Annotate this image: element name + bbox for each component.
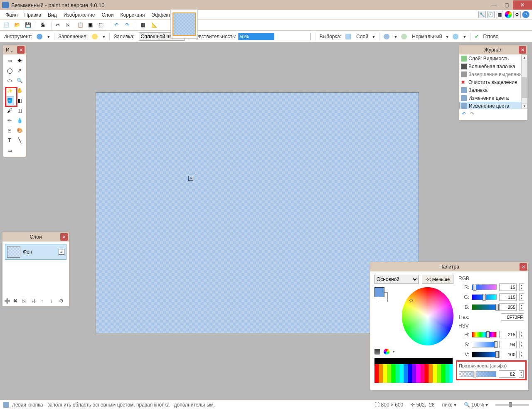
r-spinner[interactable]: ▲▼ — [519, 283, 524, 291]
alpha-spinner[interactable]: ▲▼ — [519, 370, 524, 378]
layers-panel-close[interactable]: ✕ — [60, 233, 68, 241]
move-up-icon[interactable]: ↑ — [41, 298, 47, 305]
color-palette-strip[interactable] — [374, 358, 453, 383]
scroll-down-icon[interactable]: ▼ — [522, 103, 527, 109]
new-icon[interactable]: 📄 — [3, 22, 10, 29]
lightbulb-icon[interactable] — [92, 34, 98, 39]
ellipse-select-tool[interactable]: ⬭ — [5, 76, 14, 85]
r-input[interactable] — [499, 283, 517, 291]
zoom-slider[interactable] — [495, 404, 529, 406]
layers-panel-header[interactable]: Слои ✕ — [2, 232, 69, 241]
v-input[interactable] — [499, 351, 517, 358]
primary-color-swatch[interactable] — [374, 287, 384, 297]
history-scrollbar[interactable]: ▲ ▼ — [521, 54, 527, 109]
s-spinner[interactable]: ▲▼ — [519, 341, 524, 348]
merge-layer-icon[interactable]: ⇊ — [32, 298, 38, 305]
history-panel-close[interactable]: ✕ — [519, 46, 526, 54]
s-input[interactable] — [499, 341, 517, 348]
print-icon[interactable]: 🖶 — [40, 22, 47, 29]
dup-layer-icon[interactable]: ⎘ — [22, 298, 29, 305]
hex-input[interactable] — [501, 313, 524, 321]
status-zoom[interactable]: 🔍 100% ▾ — [464, 402, 488, 408]
tools-panel-close[interactable]: ✕ — [17, 46, 25, 54]
text-tool[interactable]: T — [5, 136, 14, 145]
tools-panel-header[interactable]: И... ✕ — [3, 45, 26, 54]
alpha-input[interactable] — [499, 370, 516, 378]
clone-tool[interactable]: ⊟ — [5, 126, 14, 135]
history-item[interactable]: ✖Очистить выделение — [459, 78, 527, 86]
h-slider[interactable] — [472, 332, 497, 338]
help-icon[interactable]: ? — [522, 11, 530, 18]
r-slider[interactable] — [472, 284, 497, 290]
cut-icon[interactable]: ✂ — [56, 22, 62, 29]
flask-icon[interactable] — [401, 34, 407, 39]
layers-panel[interactable]: Слои ✕ Фон ✓ ➕ ✖ ⎘ ⇊ ↑ ↓ ⚙ — [2, 232, 69, 307]
settings-icon[interactable]: ⚙ — [513, 11, 521, 18]
bucket-icon[interactable] — [37, 34, 42, 39]
v-spinner[interactable]: ▲▼ — [519, 351, 524, 358]
open-icon[interactable]: 📂 — [14, 22, 21, 29]
layer-row[interactable]: Фон ✓ — [5, 244, 66, 260]
b-input[interactable] — [499, 303, 517, 311]
crop-icon[interactable]: ▣ — [88, 22, 95, 29]
tool-dropdown[interactable]: ▾ — [47, 34, 50, 39]
line-tool[interactable]: ╲ — [15, 136, 24, 145]
history-redo-icon[interactable]: ↷ — [470, 111, 474, 117]
history-panel[interactable]: Журнал ✕ Слой: Видимость Волшебная палоч… — [459, 45, 528, 121]
color-picker-tool[interactable]: 💧 — [15, 116, 24, 125]
move-selection-tool[interactable]: ↗ — [15, 66, 24, 75]
deselect-icon[interactable]: ⬚ — [99, 22, 106, 29]
scroll-up-icon[interactable]: ▲ — [522, 54, 527, 60]
globe-icon[interactable] — [453, 34, 458, 39]
gradient-tool[interactable]: ◧ — [15, 96, 24, 105]
document-thumbnail[interactable] — [170, 10, 198, 39]
main-color-swatches[interactable] — [374, 287, 388, 302]
history-window-icon[interactable]: 🕘 — [487, 11, 495, 18]
history-item[interactable]: Изменение цвета — [459, 94, 527, 102]
fill-dropdown[interactable]: ▾ — [103, 34, 105, 39]
tools-window-icon[interactable]: 🔧 — [478, 11, 486, 18]
redo-icon[interactable]: ↷ — [125, 22, 132, 29]
palette-dropdown[interactable]: ▾ — [393, 350, 395, 354]
maximize-button[interactable]: ▢ — [500, 0, 513, 10]
b-slider[interactable] — [472, 304, 497, 310]
menu-adjust[interactable]: Коррекция — [117, 11, 148, 19]
layers-window-icon[interactable]: ▦ — [496, 11, 503, 18]
history-item[interactable]: Волшебная палочка — [459, 62, 527, 70]
sampling-value[interactable]: Слой — [356, 34, 368, 39]
h-spinner[interactable]: ▲▼ — [519, 331, 524, 338]
delete-layer-icon[interactable]: ✖ — [13, 298, 20, 305]
history-item[interactable]: Заливка — [459, 86, 527, 94]
ruler-icon[interactable]: 📐 — [151, 22, 158, 29]
add-layer-icon[interactable]: ➕ — [4, 298, 11, 305]
g-slider[interactable] — [472, 294, 497, 300]
swap-colors-icon[interactable] — [374, 349, 380, 355]
paint-bucket-tool[interactable]: 🪣 — [5, 96, 14, 105]
history-item-selected[interactable]: Изменение цвета▾ — [459, 102, 527, 109]
sampling-dropdown[interactable]: ▾ — [372, 34, 375, 39]
alpha-slider[interactable] — [459, 371, 496, 377]
grid-icon[interactable]: ▦ — [140, 22, 147, 29]
history-item[interactable]: Слой: Видимость — [459, 54, 527, 62]
menu-image[interactable]: Изображение — [60, 11, 99, 19]
status-unit[interactable]: пикс ▾ — [442, 402, 456, 408]
menu-file[interactable]: Файл — [2, 11, 21, 19]
save-icon[interactable]: 💾 — [25, 22, 32, 29]
move-tool[interactable]: ✥ — [15, 56, 24, 65]
layer-visibility-checkbox[interactable]: ✓ — [59, 249, 64, 255]
history-item[interactable]: Завершение выделения палочко — [459, 70, 527, 78]
g-spinner[interactable]: ▲▼ — [519, 293, 524, 301]
move-down-icon[interactable]: ↓ — [50, 298, 57, 305]
done-label[interactable]: Готово — [483, 34, 498, 39]
v-slider[interactable] — [472, 352, 497, 357]
menu-edit[interactable]: Правка — [21, 11, 45, 19]
g-input[interactable] — [499, 293, 517, 301]
pencil-tool[interactable]: ✏ — [5, 116, 14, 125]
palette-panel-close[interactable]: ✕ — [520, 263, 527, 271]
menu-view[interactable]: Вид — [44, 11, 60, 19]
zoom-tool[interactable]: 🔍 — [15, 76, 24, 85]
paste-icon[interactable]: 📋 — [77, 22, 84, 29]
blend-mode[interactable]: Нормальный — [412, 34, 442, 39]
shapes-tool[interactable]: ▭ — [5, 146, 14, 155]
lasso-tool[interactable]: ◯ — [5, 66, 14, 75]
